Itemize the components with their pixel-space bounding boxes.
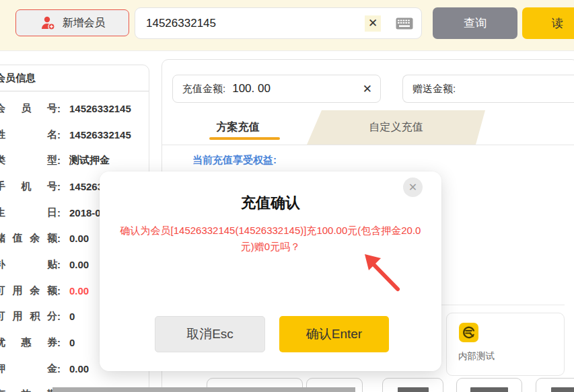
current-benefit-label: 当前充值享受权益:: [192, 154, 277, 167]
recharge-amount-label: 充值金额:: [182, 83, 225, 95]
clear-search-icon[interactable]: ✕: [365, 15, 381, 32]
gift-amount-label: 赠送金额:: [412, 83, 456, 95]
member-field-name: 姓名:14526332145: [0, 122, 149, 148]
recharge-confirm-dialog: ✕ 充值确认 确认为会员[14526332145(14526332145)]充1…: [100, 171, 441, 371]
plan-name: 内部测试: [450, 350, 503, 362]
cancel-button[interactable]: 取消Esc: [155, 316, 265, 352]
top-bar: 新增会员 14526332145 ✕ 查询 读: [0, 0, 574, 51]
tab-plan-recharge[interactable]: 方案充值: [162, 110, 314, 145]
search-input-value: 14526332145: [146, 17, 365, 30]
member-search-input[interactable]: 14526332145 ✕: [135, 7, 422, 39]
gift-amount-input[interactable]: 赠送金额:: [402, 75, 574, 103]
query-button[interactable]: 查询: [433, 7, 517, 39]
read-card-button[interactable]: 读: [522, 7, 574, 39]
member-field-card-no: 会员号:14526332145: [0, 95, 149, 122]
red-arrow-annotation: [355, 247, 406, 296]
add-member-label: 新增会员: [63, 16, 106, 30]
clipped-button[interactable]: [456, 378, 522, 392]
member-field-type: 类型:测试押金: [0, 147, 149, 173]
recharge-amount-value: 100. 00: [232, 82, 363, 95]
recharge-tabs: 方案充值 自定义充值: [162, 110, 574, 145]
confirm-button[interactable]: 确认Enter: [279, 316, 389, 352]
recharge-amount-input[interactable]: 充值金额: 100. 00 ✕: [172, 75, 381, 103]
dialog-title: 充值确认: [100, 193, 441, 213]
tab-custom-recharge[interactable]: 自定义充值: [307, 110, 485, 145]
bottom-strip: [52, 387, 355, 392]
add-member-icon: [40, 15, 56, 31]
member-panel-title: 会员信息: [0, 72, 149, 91]
add-member-button[interactable]: 新增会员: [15, 9, 129, 36]
keyboard-icon[interactable]: [396, 17, 413, 30]
clipped-button[interactable]: [382, 378, 443, 392]
active-tab-underline: [209, 137, 280, 141]
clipped-button[interactable]: [536, 378, 574, 392]
recharge-plan-card[interactable]: 内部测试: [446, 313, 565, 376]
plan-app-icon: [459, 323, 478, 342]
clear-amount-icon[interactable]: ✕: [363, 82, 372, 96]
